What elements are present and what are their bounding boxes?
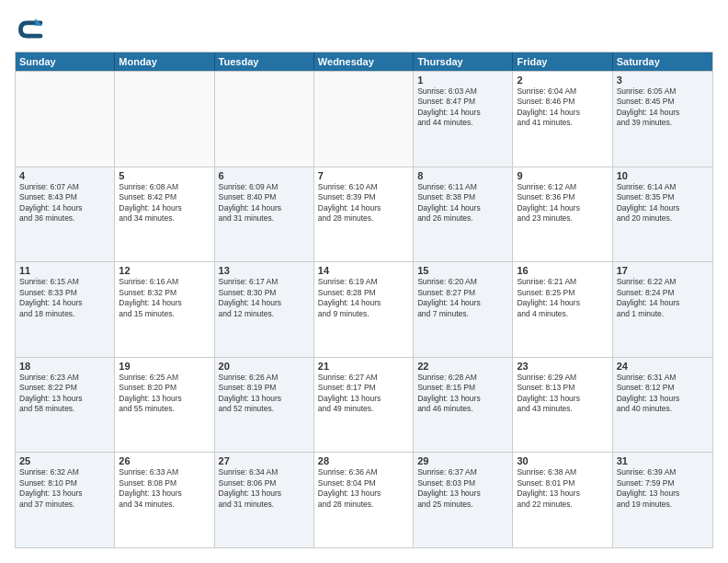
cal-cell-4-3: 28Sunrise: 6:36 AM Sunset: 8:04 PM Dayli… — [314, 453, 414, 547]
day-number: 17 — [617, 265, 709, 276]
cal-cell-1-5: 9Sunrise: 6:12 AM Sunset: 8:36 PM Daylig… — [513, 167, 612, 262]
cal-row-2: 11Sunrise: 6:15 AM Sunset: 8:33 PM Dayli… — [16, 261, 712, 357]
day-number: 16 — [517, 265, 608, 276]
day-number: 29 — [417, 455, 508, 466]
logo-icon — [15, 15, 44, 44]
day-number: 21 — [318, 361, 409, 372]
cell-detail: Sunrise: 6:17 AM Sunset: 8:30 PM Dayligh… — [219, 277, 310, 319]
day-number: 20 — [219, 361, 310, 372]
day-number: 6 — [219, 170, 310, 181]
cell-detail: Sunrise: 6:34 AM Sunset: 8:06 PM Dayligh… — [219, 467, 310, 510]
cal-cell-3-6: 24Sunrise: 6:31 AM Sunset: 8:12 PM Dayli… — [613, 358, 712, 453]
cell-detail: Sunrise: 6:12 AM Sunset: 8:36 PM Dayligh… — [517, 182, 608, 224]
cell-detail: Sunrise: 6:25 AM Sunset: 8:20 PM Dayligh… — [119, 373, 210, 415]
cell-detail: Sunrise: 6:08 AM Sunset: 8:42 PM Dayligh… — [119, 182, 210, 224]
day-number: 27 — [219, 455, 310, 466]
cell-detail: Sunrise: 6:21 AM Sunset: 8:25 PM Dayligh… — [517, 277, 608, 319]
day-number: 25 — [19, 455, 110, 466]
cell-detail: Sunrise: 6:22 AM Sunset: 8:24 PM Dayligh… — [617, 277, 709, 319]
cal-cell-2-5: 16Sunrise: 6:21 AM Sunset: 8:25 PM Dayli… — [513, 262, 612, 357]
cell-detail: Sunrise: 6:29 AM Sunset: 8:13 PM Dayligh… — [517, 373, 608, 415]
cal-cell-0-2 — [215, 72, 314, 167]
cal-cell-0-0 — [16, 72, 115, 167]
cell-detail: Sunrise: 6:37 AM Sunset: 8:03 PM Dayligh… — [417, 467, 508, 510]
cal-header-thursday: Thursday — [414, 52, 513, 71]
cal-cell-0-4: 1Sunrise: 6:03 AM Sunset: 8:47 PM Daylig… — [414, 72, 513, 167]
cal-cell-2-0: 11Sunrise: 6:15 AM Sunset: 8:33 PM Dayli… — [16, 262, 115, 357]
cal-cell-2-6: 17Sunrise: 6:22 AM Sunset: 8:24 PM Dayli… — [613, 262, 712, 357]
day-number: 26 — [119, 455, 210, 466]
cal-cell-4-4: 29Sunrise: 6:37 AM Sunset: 8:03 PM Dayli… — [414, 453, 513, 547]
cal-cell-0-5: 2Sunrise: 6:04 AM Sunset: 8:46 PM Daylig… — [513, 72, 612, 167]
cal-cell-1-2: 6Sunrise: 6:09 AM Sunset: 8:40 PM Daylig… — [215, 167, 314, 262]
cell-detail: Sunrise: 6:19 AM Sunset: 8:28 PM Dayligh… — [318, 277, 409, 319]
cell-detail: Sunrise: 6:10 AM Sunset: 8:39 PM Dayligh… — [318, 182, 409, 224]
day-number: 12 — [119, 265, 210, 276]
cal-cell-0-1 — [115, 72, 214, 167]
day-number: 13 — [219, 265, 310, 276]
day-number: 14 — [318, 265, 409, 276]
cell-detail: Sunrise: 6:39 AM Sunset: 7:59 PM Dayligh… — [617, 467, 709, 510]
cal-cell-3-4: 22Sunrise: 6:28 AM Sunset: 8:15 PM Dayli… — [414, 358, 513, 453]
cal-cell-3-0: 18Sunrise: 6:23 AM Sunset: 8:22 PM Dayli… — [16, 358, 115, 453]
cal-cell-3-1: 19Sunrise: 6:25 AM Sunset: 8:20 PM Dayli… — [115, 358, 214, 453]
day-number: 4 — [19, 170, 110, 181]
cal-cell-1-3: 7Sunrise: 6:10 AM Sunset: 8:39 PM Daylig… — [314, 167, 414, 262]
cal-cell-3-2: 20Sunrise: 6:26 AM Sunset: 8:19 PM Dayli… — [215, 358, 314, 453]
cell-detail: Sunrise: 6:32 AM Sunset: 8:10 PM Dayligh… — [19, 467, 110, 510]
cell-detail: Sunrise: 6:36 AM Sunset: 8:04 PM Dayligh… — [318, 467, 409, 510]
cal-header-wednesday: Wednesday — [314, 52, 414, 71]
cal-cell-3-5: 23Sunrise: 6:29 AM Sunset: 8:13 PM Dayli… — [513, 358, 612, 453]
cell-detail: Sunrise: 6:20 AM Sunset: 8:27 PM Dayligh… — [417, 277, 508, 319]
cal-cell-4-1: 26Sunrise: 6:33 AM Sunset: 8:08 PM Dayli… — [115, 453, 214, 547]
header — [15, 15, 713, 44]
calendar: SundayMondayTuesdayWednesdayThursdayFrid… — [15, 52, 713, 548]
day-number: 31 — [617, 455, 709, 466]
cell-detail: Sunrise: 6:26 AM Sunset: 8:19 PM Dayligh… — [219, 373, 310, 415]
cal-cell-4-6: 31Sunrise: 6:39 AM Sunset: 7:59 PM Dayli… — [613, 453, 712, 547]
cal-row-3: 18Sunrise: 6:23 AM Sunset: 8:22 PM Dayli… — [16, 357, 712, 453]
day-number: 11 — [19, 265, 110, 276]
cal-row-0: 1Sunrise: 6:03 AM Sunset: 8:47 PM Daylig… — [16, 71, 712, 167]
day-number: 19 — [119, 361, 210, 372]
cell-detail: Sunrise: 6:14 AM Sunset: 8:35 PM Dayligh… — [617, 182, 709, 224]
cal-cell-2-3: 14Sunrise: 6:19 AM Sunset: 8:28 PM Dayli… — [314, 262, 414, 357]
cell-detail: Sunrise: 6:28 AM Sunset: 8:15 PM Dayligh… — [417, 373, 508, 415]
day-number: 7 — [318, 170, 409, 181]
cell-detail: Sunrise: 6:33 AM Sunset: 8:08 PM Dayligh… — [119, 467, 210, 510]
cell-detail: Sunrise: 6:31 AM Sunset: 8:12 PM Dayligh… — [617, 373, 709, 415]
cal-header-tuesday: Tuesday — [215, 52, 314, 71]
cal-header-saturday: Saturday — [613, 52, 712, 71]
cell-detail: Sunrise: 6:04 AM Sunset: 8:46 PM Dayligh… — [517, 86, 608, 129]
day-number: 10 — [617, 170, 709, 181]
cal-cell-1-1: 5Sunrise: 6:08 AM Sunset: 8:42 PM Daylig… — [115, 167, 214, 262]
cal-cell-1-6: 10Sunrise: 6:14 AM Sunset: 8:35 PM Dayli… — [613, 167, 712, 262]
cal-cell-1-4: 8Sunrise: 6:11 AM Sunset: 8:38 PM Daylig… — [414, 167, 513, 262]
cell-detail: Sunrise: 6:11 AM Sunset: 8:38 PM Dayligh… — [417, 182, 508, 224]
cell-detail: Sunrise: 6:09 AM Sunset: 8:40 PM Dayligh… — [219, 182, 310, 224]
cal-cell-1-0: 4Sunrise: 6:07 AM Sunset: 8:43 PM Daylig… — [16, 167, 115, 262]
day-number: 9 — [517, 170, 608, 181]
cell-detail: Sunrise: 6:38 AM Sunset: 8:01 PM Dayligh… — [517, 467, 608, 510]
cal-cell-4-0: 25Sunrise: 6:32 AM Sunset: 8:10 PM Dayli… — [16, 453, 115, 547]
day-number: 30 — [517, 455, 608, 466]
day-number: 5 — [119, 170, 210, 181]
page: SundayMondayTuesdayWednesdayThursdayFrid… — [0, 0, 728, 563]
day-number: 15 — [417, 265, 508, 276]
cell-detail: Sunrise: 6:23 AM Sunset: 8:22 PM Dayligh… — [19, 373, 110, 415]
day-number: 2 — [517, 75, 608, 86]
calendar-header-row: SundayMondayTuesdayWednesdayThursdayFrid… — [16, 52, 712, 71]
cal-header-friday: Friday — [513, 52, 612, 71]
cell-detail: Sunrise: 6:27 AM Sunset: 8:17 PM Dayligh… — [318, 373, 409, 415]
day-number: 24 — [617, 361, 709, 372]
cal-cell-0-6: 3Sunrise: 6:05 AM Sunset: 8:45 PM Daylig… — [613, 72, 712, 167]
cell-detail: Sunrise: 6:07 AM Sunset: 8:43 PM Dayligh… — [19, 182, 110, 224]
day-number: 8 — [417, 170, 508, 181]
cal-cell-2-4: 15Sunrise: 6:20 AM Sunset: 8:27 PM Dayli… — [414, 262, 513, 357]
cell-detail: Sunrise: 6:05 AM Sunset: 8:45 PM Dayligh… — [617, 86, 709, 129]
day-number: 1 — [417, 75, 508, 86]
day-number: 18 — [19, 361, 110, 372]
cal-cell-2-2: 13Sunrise: 6:17 AM Sunset: 8:30 PM Dayli… — [215, 262, 314, 357]
cal-header-sunday: Sunday — [16, 52, 115, 71]
cal-cell-0-3 — [314, 72, 414, 167]
